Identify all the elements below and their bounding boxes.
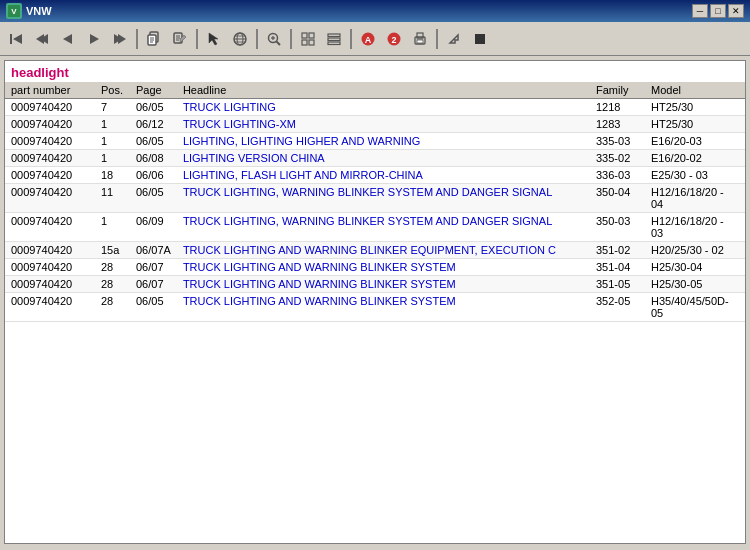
cell-model: H12/16/18/20 - 04 <box>645 184 745 213</box>
headline-link[interactable]: TRUCK LIGHTING AND WARNING BLINKER EQUIP… <box>183 244 556 256</box>
headline-link[interactable]: TRUCK LIGHTING AND WARNING BLINKER SYSTE… <box>183 261 456 273</box>
headline-link[interactable]: TRUCK LIGHTING, WARNING BLINKER SYSTEM A… <box>183 215 552 227</box>
minimize-button[interactable]: ─ <box>692 4 708 18</box>
cell-partnum: 0009740420 <box>5 259 95 276</box>
table-row: 0009740420706/05TRUCK LIGHTING1218HT25/3… <box>5 99 745 116</box>
cell-partnum: 0009740420 <box>5 213 95 242</box>
svg-rect-36 <box>328 42 340 45</box>
cell-family: 335-02 <box>590 150 645 167</box>
cell-pos: 28 <box>95 259 130 276</box>
col-header-page: Page <box>130 82 177 99</box>
cell-family: 351-05 <box>590 276 645 293</box>
circle-2-button[interactable]: 2 <box>382 27 406 51</box>
cell-partnum: 0009740420 <box>5 276 95 293</box>
cell-partnum: 0009740420 <box>5 167 95 184</box>
svg-marker-7 <box>90 34 99 44</box>
svg-rect-32 <box>302 40 307 45</box>
headline-link[interactable]: LIGHTING, FLASH LIGHT AND MIRROR-CHINA <box>183 169 423 181</box>
cell-partnum: 0009740420 <box>5 293 95 322</box>
separator-3 <box>256 29 258 49</box>
cell-model: H25/30-04 <box>645 259 745 276</box>
main-content: headlight part number Pos. Page Headline… <box>4 60 746 544</box>
cell-pos: 1 <box>95 116 130 133</box>
svg-text:V: V <box>11 7 17 16</box>
svg-marker-45 <box>450 35 458 43</box>
view2-button[interactable] <box>322 27 346 51</box>
separator-1 <box>136 29 138 49</box>
app-icon: V <box>6 3 22 19</box>
stop-button[interactable] <box>468 27 492 51</box>
cell-model: H12/16/18/20 - 03 <box>645 213 745 242</box>
separator-5 <box>350 29 352 49</box>
action-button[interactable] <box>442 27 466 51</box>
close-button[interactable]: ✕ <box>728 4 744 18</box>
svg-marker-20 <box>209 33 218 45</box>
cell-page: 06/05 <box>130 293 177 322</box>
circle-a-button[interactable]: A <box>356 27 380 51</box>
table-row: 000974042015a06/07ATRUCK LIGHTING AND WA… <box>5 242 745 259</box>
cell-pos: 1 <box>95 150 130 167</box>
cell-family: 1283 <box>590 116 645 133</box>
cell-model: H35/40/45/50D-05 <box>645 293 745 322</box>
headline-link[interactable]: TRUCK LIGHTING-XM <box>183 118 296 130</box>
globe-button[interactable] <box>228 27 252 51</box>
prev-fast-button[interactable] <box>30 27 54 51</box>
cell-page: 06/05 <box>130 99 177 116</box>
cell-headline: TRUCK LIGHTING AND WARNING BLINKER SYSTE… <box>177 293 590 322</box>
window-controls[interactable]: ─ □ ✕ <box>692 4 744 18</box>
cell-partnum: 0009740420 <box>5 184 95 213</box>
headline-link[interactable]: TRUCK LIGHTING, WARNING BLINKER SYSTEM A… <box>183 186 552 198</box>
cell-family: 1218 <box>590 99 645 116</box>
cell-partnum: 0009740420 <box>5 242 95 259</box>
svg-rect-30 <box>302 33 307 38</box>
svg-marker-3 <box>13 34 22 44</box>
svg-text:2: 2 <box>391 35 396 45</box>
cell-pos: 1 <box>95 133 130 150</box>
maximize-button[interactable]: □ <box>710 4 726 18</box>
edit-button[interactable] <box>168 27 192 51</box>
cell-model: E25/30 - 03 <box>645 167 745 184</box>
cell-family: 351-04 <box>590 259 645 276</box>
prev-button[interactable] <box>56 27 80 51</box>
cell-pos: 28 <box>95 293 130 322</box>
cell-family: 352-05 <box>590 293 645 322</box>
cell-pos: 7 <box>95 99 130 116</box>
print-button[interactable] <box>408 27 432 51</box>
skip-first-button[interactable] <box>4 27 28 51</box>
svg-rect-31 <box>309 33 314 38</box>
cell-headline: TRUCK LIGHTING <box>177 99 590 116</box>
cell-pos: 1 <box>95 213 130 242</box>
cell-model: HT25/30 <box>645 99 745 116</box>
cell-family: 351-02 <box>590 242 645 259</box>
cell-model: E16/20-03 <box>645 133 745 150</box>
cell-headline: LIGHTING VERSION CHINA <box>177 150 590 167</box>
headline-link[interactable]: LIGHTING VERSION CHINA <box>183 152 325 164</box>
svg-rect-2 <box>10 34 12 44</box>
separator-6 <box>436 29 438 49</box>
cell-headline: TRUCK LIGHTING AND WARNING BLINKER EQUIP… <box>177 242 590 259</box>
next-fast-button[interactable] <box>108 27 132 51</box>
svg-rect-46 <box>475 34 485 44</box>
window-title: VNW <box>26 5 52 17</box>
headline-link[interactable]: LIGHTING, LIGHTING HIGHER AND WARNING <box>183 135 420 147</box>
cell-headline: TRUCK LIGHTING-XM <box>177 116 590 133</box>
cell-model: H25/30-05 <box>645 276 745 293</box>
cell-partnum: 0009740420 <box>5 150 95 167</box>
cell-model: HT25/30 <box>645 116 745 133</box>
select-button[interactable] <box>202 27 226 51</box>
separator-4 <box>290 29 292 49</box>
table-row: 0009740420106/05LIGHTING, LIGHTING HIGHE… <box>5 133 745 150</box>
view1-button[interactable] <box>296 27 320 51</box>
headline-link[interactable]: TRUCK LIGHTING <box>183 101 276 113</box>
headline-link[interactable]: TRUCK LIGHTING AND WARNING BLINKER SYSTE… <box>183 278 456 290</box>
cell-page: 06/06 <box>130 167 177 184</box>
zoom-button[interactable] <box>262 27 286 51</box>
table-row: 0009740420106/09TRUCK LIGHTING, WARNING … <box>5 213 745 242</box>
copy-button[interactable] <box>142 27 166 51</box>
next-button[interactable] <box>82 27 106 51</box>
title-bar-left: V VNW <box>6 3 52 19</box>
cell-pos: 15a <box>95 242 130 259</box>
cell-headline: LIGHTING, LIGHTING HIGHER AND WARNING <box>177 133 590 150</box>
svg-rect-33 <box>309 40 314 45</box>
headline-link[interactable]: TRUCK LIGHTING AND WARNING BLINKER SYSTE… <box>183 295 456 307</box>
